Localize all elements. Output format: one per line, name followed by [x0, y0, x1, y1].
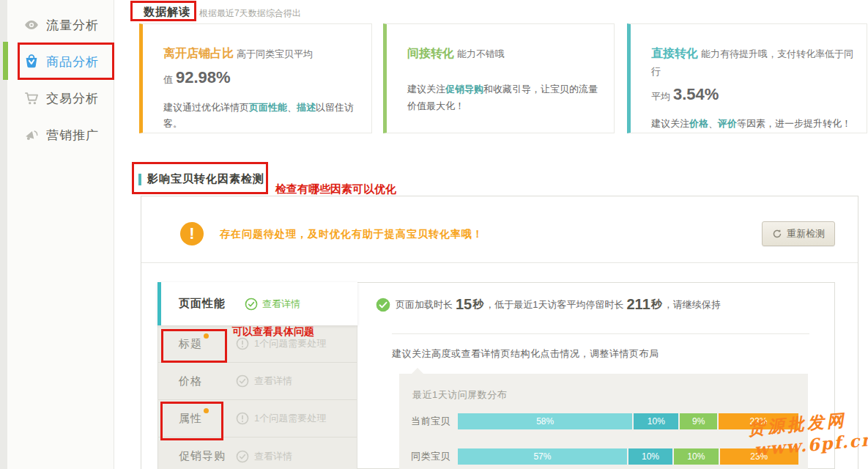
card-headline: 间接转化能力不错哦 [407, 43, 601, 64]
sidebar-item-traffic-analysis[interactable]: 流量分析 [23, 12, 99, 38]
section-accent-bar [138, 174, 141, 185]
warning-icon: ! [180, 222, 204, 245]
factor-row-status[interactable]: 查看详情 [236, 374, 292, 388]
cart-icon [23, 90, 40, 106]
sidebar-item-trade-analysis[interactable]: 交易分析 [23, 85, 99, 111]
stacked-bar: 58%10%9%23% [458, 413, 798, 429]
factor-row-attributes[interactable]: 属性 1个问题需要处理 [158, 400, 357, 437]
load-seconds-value: 15 [456, 296, 472, 313]
load-seconds-unit: 秒 [472, 298, 483, 311]
chart-title: 最近1天访问屏数分布 [412, 388, 507, 402]
issue-dot [204, 408, 209, 413]
factor-status-label: 1个问题需要处理 [254, 412, 326, 425]
sidebar-item-label: 流量分析 [46, 17, 99, 34]
card-desc: 能力不错哦 [457, 48, 505, 59]
refresh-icon [772, 229, 782, 239]
bar-category-label: 同类宝贝 [411, 450, 458, 463]
factor-row-label: 标题 [179, 337, 202, 350]
page-title: 数据解读 [144, 5, 190, 19]
insight-card-indirect-conversion: 间接转化能力不错哦 建议关注促销导购和收藏引导，让宝贝的流量价值最大化！ [383, 23, 615, 133]
panel-divider [141, 262, 858, 263]
suggestion-text: 、 [708, 118, 718, 129]
card-suggestion: 建议通过优化详情页页面性能、描述以留住访客。 [163, 100, 358, 133]
suggestion-text: 建议关注 [651, 118, 689, 129]
factor-status-label: 查看详情 [254, 374, 292, 388]
bar-segment: 23% [720, 448, 799, 465]
factor-row-promo-guide[interactable]: 促销导购 查看详情 [158, 437, 357, 469]
bar-segment: 9% [680, 413, 717, 429]
bar-segment: 23% [719, 413, 798, 429]
bar-segment: 10% [628, 448, 672, 465]
card-value: 92.98% [176, 68, 231, 86]
page-subtitle: 根据最近7天数据综合得出 [199, 7, 301, 20]
insight-card-direct-conversion: 直接转化能力有待提升哦，支付转化率低于同行 平均3.54% 建议关注价格、评价等… [627, 23, 867, 133]
eye-icon [23, 17, 40, 33]
bar-row-current-item: 当前宝贝 58%10%9%23% [411, 413, 798, 429]
success-check-icon [376, 298, 390, 312]
bar-segment: 58% [458, 413, 632, 429]
load-text: 页面加载时长 [396, 298, 453, 311]
factor-tab-label: 页面性能 [179, 297, 226, 311]
sidebar-item-marketing[interactable]: 营销推广 [23, 122, 99, 148]
link-page-performance[interactable]: 页面性能 [249, 102, 287, 113]
alert-circle-icon [236, 337, 249, 350]
factor-row-label: 促销导购 [179, 449, 226, 462]
factor-row-status: 1个问题需要处理 [236, 412, 326, 425]
factor-tab-page-performance[interactable]: 页面性能 查看详情 [157, 282, 357, 325]
factor-status-label: 1个问题需要处理 [254, 337, 326, 350]
card-title: 离开店铺占比 [163, 47, 234, 59]
check-circle-icon [236, 374, 249, 388]
recheck-button-label: 重新检测 [787, 227, 825, 240]
factor-row-status: 1个问题需要处理 [236, 337, 326, 350]
bar-row-similar-items: 同类宝贝 57%10%10%23% [411, 448, 798, 465]
load-text: ，低于最近1天访客平均停留时长 [485, 298, 623, 311]
card-value: 3.54% [673, 85, 719, 103]
warning-text: 存在问题待处理，及时优化有助于提高宝贝转化率哦！ [220, 228, 483, 241]
annotation-view-issues: 可以查看具体问题 [232, 325, 314, 339]
recheck-button[interactable]: 重新检测 [762, 221, 835, 246]
sidebar-item-label: 商品分析 [46, 53, 99, 70]
card-title: 间接转化 [407, 47, 454, 59]
view-detail-label: 查看详情 [262, 298, 300, 311]
load-time-summary: 页面加载时长 15 秒 ，低于最近1天访客平均停留时长 211 秒 ，请继续保持 [376, 296, 721, 313]
suggestion-text: 建议关注 [407, 84, 445, 95]
factor-row-price[interactable]: 价格 查看详情 [158, 363, 357, 400]
suggestion-text: 等因素，进一步提升转化！ [737, 118, 851, 129]
bar-segment: 10% [674, 448, 718, 465]
section-title: 影响宝贝转化因素检测 [147, 172, 264, 186]
card-value-prefix: 平均 [651, 91, 670, 102]
link-reviews[interactable]: 评价 [718, 118, 737, 129]
stacked-bar: 57%10%10%23% [458, 448, 798, 465]
stay-seconds-unit: 秒 [651, 298, 662, 311]
stay-seconds-value: 211 [626, 296, 650, 313]
link-promo-guide[interactable]: 促销导购 [445, 84, 483, 95]
link-description[interactable]: 描述 [297, 102, 316, 113]
card-title: 直接转化 [651, 47, 698, 59]
card-headline: 直接转化能力有待提升哦，支付转化率低于同行 平均3.54% [651, 43, 853, 108]
card-suggestion: 建议关注促销导购和收藏引导，让宝贝的流量价值最大化！ [407, 81, 601, 115]
sidebar-item-label: 交易分析 [46, 90, 99, 107]
issue-dot [204, 333, 209, 339]
annotation-check-factors: 检查有哪些因素可以优化 [275, 182, 396, 196]
card-headline: 离开店铺占比高于同类宝贝平均 值92.98% [163, 43, 358, 92]
factor-row-label: 价格 [179, 374, 202, 387]
card-suggestion: 建议关注价格、评价等因素，进一步提升转化！ [651, 116, 853, 133]
sidebar: 流量分析 商品分析 交易分析 营销推广 [7, 0, 114, 469]
megaphone-icon [23, 127, 40, 143]
view-detail-link[interactable]: 查看详情 [245, 298, 300, 311]
sidebar-item-product-analysis[interactable]: 商品分析 [23, 48, 99, 75]
suggestion-text: 建议通过优化详情页 [163, 102, 249, 113]
factor-list: 标题 1个问题需要处理 价格 查看详情 属性 1个问题需要处理 促销导购 查看详… [158, 325, 357, 469]
link-price[interactable]: 价格 [689, 118, 708, 129]
card-desc: 高于同类宝贝平均 [237, 48, 313, 59]
factor-row-status[interactable]: 查看详情 [236, 450, 292, 463]
bar-segment: 57% [458, 448, 627, 465]
alert-circle-icon [236, 412, 249, 425]
suggestion-text: 、 [287, 102, 297, 113]
sidebar-active-accent-bar [3, 42, 8, 80]
load-text: ，请继续保持 [664, 298, 721, 311]
detail-divider [392, 333, 809, 334]
screen-distribution-chart: 最近1天访问屏数分布 当前宝贝 58%10%9%23% 同类宝贝 57%10%1… [399, 374, 808, 469]
layout-suggestion-text: 建议关注高度或查看详情页结构化点击情况，调整详情页布局 [392, 347, 659, 361]
sidebar-item-label: 营销推广 [46, 127, 99, 144]
